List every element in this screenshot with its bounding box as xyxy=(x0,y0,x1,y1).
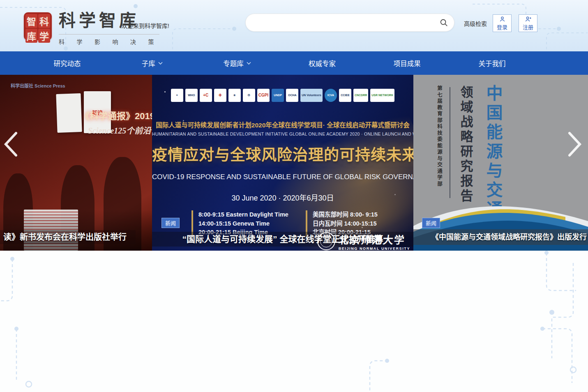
login-label: 登录 xyxy=(497,23,507,31)
bnu-logo: 北京师范大学 BEIJING NORMAL UNIVERSITY xyxy=(317,232,410,251)
seal-char: 科 xyxy=(38,14,50,28)
nav-experts[interactable]: 权威专家 xyxy=(279,58,364,68)
search-input[interactable] xyxy=(255,14,439,31)
time-row: 8:00-9:15 Eastern Daylight Time xyxy=(198,210,288,219)
nav-label: 项目成果 xyxy=(394,58,421,68)
partner-logos-row: ✦ WHO +C ✚ ❀ ✪ CGPI UNDP OCHA UN Volunte… xyxy=(158,89,408,102)
chevron-left-icon xyxy=(3,131,18,157)
divider xyxy=(450,87,450,198)
news-badge: 新闻 xyxy=(161,218,180,228)
content-area: 研究动态 更多 数字经济 扬帆起航——北京市发布促进数字经济发展政策 第七届中国… xyxy=(0,251,588,392)
slide-caption[interactable]: 读》新书发布会在科学出版社举行 xyxy=(0,230,136,244)
partner-logo: OCHA xyxy=(286,89,298,102)
search-button[interactable] xyxy=(439,18,448,27)
nav-sub-libraries[interactable]: 子库 xyxy=(110,58,195,68)
event-title-zh: 国际人道与可持续发展创新者计划2020年全球在线学堂项目· 全球在线启动开幕式暨… xyxy=(152,120,413,129)
site-slogan: 科 学 影 响 决 策 xyxy=(59,34,159,46)
partner-logo: WHO xyxy=(185,89,198,102)
carousel: 科学出版社 Science Press 解读 《科学通报》2019 Scienc… xyxy=(0,75,588,251)
nav-label: 研究动态 xyxy=(53,58,81,68)
partner-logo: UN Volunteers xyxy=(300,89,323,102)
partner-logo: ✦ xyxy=(171,89,183,102)
nav-label: 子库 xyxy=(142,58,155,68)
bnu-name-en: BEIJING NORMAL UNIVERSITY xyxy=(339,247,410,251)
carousel-slide-current[interactable]: ✦ WHO +C ✚ ❀ ✪ CGPI UNDP OCHA UN Volunte… xyxy=(152,75,413,251)
bnu-seal-icon xyxy=(317,232,335,250)
nav-label: 权威专家 xyxy=(309,58,336,68)
backdrop-text: Science125个前沿 xyxy=(88,124,151,136)
seal-char: 学 xyxy=(38,29,50,43)
time-row: 日内瓦时间 14:00-15:15 xyxy=(313,219,378,228)
partner-logo: UNDP xyxy=(272,89,284,102)
time-row: 14:00-15:15 Geneva Time xyxy=(198,219,288,228)
partner-logo: CNCDRR xyxy=(353,89,368,102)
news-badge: 新闻 xyxy=(422,218,440,228)
event-headline-en: COVID-19 RESPONSE AND SUSTAINABLE FUTURE… xyxy=(152,173,413,181)
register-button[interactable]: 注册 xyxy=(519,14,537,32)
nav-topic-libraries[interactable]: 专题库 xyxy=(195,58,280,68)
partner-logo: CGPI xyxy=(257,89,270,102)
carousel-slide-prev[interactable]: 科学出版社 Science Press 解读 《科学通报》2019 Scienc… xyxy=(0,75,152,251)
user-icon xyxy=(499,16,506,23)
chevron-down-icon xyxy=(247,62,251,65)
event-headline-zh: 疫情应对与全球风险治理的可持续未来 xyxy=(152,143,413,165)
welcome-text: 欢迎来到科学智库! xyxy=(122,21,169,30)
advanced-search-link[interactable]: 高级检索 xyxy=(464,19,487,28)
bnu-name-zh: 北京师范大学 xyxy=(338,232,411,247)
partner-logo: ❀ xyxy=(228,89,241,102)
main-nav: 研究动态 子库 专题库 权威专家 项目成果 关于我们 xyxy=(0,51,588,75)
event-title-en: HUMANITARIAN AND SUSTAINABLE DEVELOPMENT… xyxy=(152,131,413,136)
carousel-next-button[interactable] xyxy=(567,131,582,157)
register-label: 注册 xyxy=(523,23,533,31)
science-press-logo: 科学出版社 Science Press xyxy=(11,82,65,89)
seal-char: 库 xyxy=(25,29,37,43)
site-header: 智 科 库 学 科学智库 科 学 影 响 决 策 欢迎来到科学智库! 高级检索 … xyxy=(0,0,588,51)
nav-research-news[interactable]: 研究动态 xyxy=(25,58,110,68)
partner-logo: +C xyxy=(200,89,212,102)
nav-label: 关于我们 xyxy=(479,58,506,68)
event-date: 30 June 2020 · 2020年6月30日 xyxy=(152,192,413,203)
search-icon xyxy=(439,18,448,27)
backdrop-text: 《科学通报》2019 xyxy=(81,108,152,122)
nav-about-us[interactable]: 关于我们 xyxy=(450,58,535,68)
carousel-slide-next[interactable]: 中国能源与交通 领域战略研究报告 第七届教育部科技委能源与交通学部 新闻 《中国… xyxy=(413,75,588,251)
partner-logo: USR NETWORK xyxy=(370,89,394,102)
search-bar xyxy=(245,14,454,32)
seal-logo-icon: 智 科 库 学 xyxy=(24,12,52,40)
carousel-prev-button[interactable] xyxy=(3,131,18,157)
partner-logo: ICVA xyxy=(325,89,337,102)
partner-logo: ✪ xyxy=(243,89,255,102)
chevron-right-icon xyxy=(567,131,582,157)
user-plus-icon xyxy=(525,16,532,23)
slide-caption[interactable]: 《中国能源与交通领域战略研究报告》出版发行 xyxy=(413,229,588,245)
report-title-sub: 领域战略研究报告 xyxy=(457,85,475,204)
chevron-down-icon xyxy=(158,62,163,65)
partner-logo: CCIEE xyxy=(339,89,351,102)
login-button[interactable]: 登录 xyxy=(493,14,512,32)
report-note: 第七届教育部科技委能源与交通学部 xyxy=(436,85,443,187)
seal-char: 智 xyxy=(25,14,37,28)
time-row: 美国东部时间 8:00- 9:15 xyxy=(313,210,378,219)
nav-project-results[interactable]: 项目成果 xyxy=(364,58,450,68)
nav-label: 专题库 xyxy=(223,58,244,68)
book-cover xyxy=(56,93,82,133)
partner-logo: ✚ xyxy=(214,89,226,102)
